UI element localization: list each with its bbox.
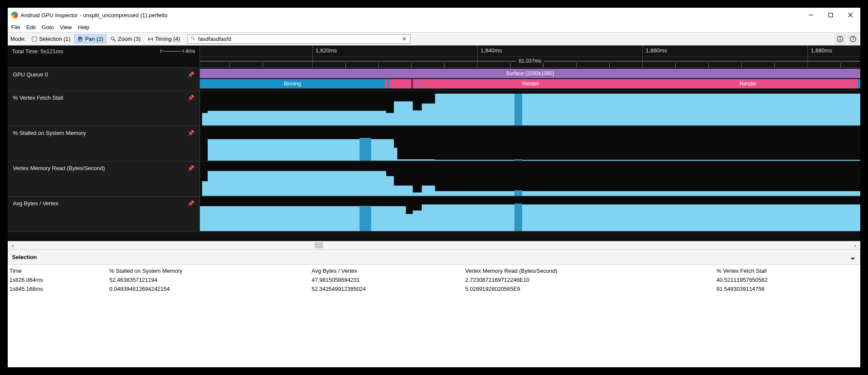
cell-time: 1s845.168ms <box>8 284 108 293</box>
track-vertex-fetch-stall[interactable]: % Vertex Fetch Stall 📌 <box>8 91 860 126</box>
svg-line-6 <box>114 39 115 41</box>
gpu-sliver[interactable] <box>395 79 411 88</box>
selection-table: Time % Stalled on System Memory Avg Byte… <box>8 266 860 293</box>
scroll-right-arrow[interactable]: › <box>852 242 859 249</box>
table-header-row: Time % Stalled on System Memory Avg Byte… <box>8 266 860 275</box>
cell-ssm: 0.049394612694242154 <box>108 284 310 293</box>
gpu-stage-render[interactable]: Render <box>638 79 858 88</box>
menubar: File Edit Goto View Help <box>8 22 860 33</box>
tick-label: 1,860ms <box>646 47 667 54</box>
menu-goto[interactable]: Goto <box>41 23 54 31</box>
track-label-ssm: % Stalled on System Memory <box>13 130 86 136</box>
mode-selection-label: Selection (1) <box>39 36 70 42</box>
cell-abv: 47.9815058694231 <box>310 275 463 284</box>
col-ssm[interactable]: % Stalled on System Memory <box>108 266 310 275</box>
svg-line-11 <box>193 39 195 40</box>
col-abv[interactable]: Avg Bytes / Vertex <box>310 266 463 275</box>
menu-help[interactable]: Help <box>77 23 91 31</box>
table-row[interactable]: 1s826.064ms 52.4638357121194 47.98150586… <box>8 275 860 284</box>
gpu-surface-slice[interactable]: Surface (2280x1080) <box>200 69 860 78</box>
mode-timing[interactable]: Timing (4) <box>145 34 183 43</box>
scale-label: ⊢———⊣ 4ms <box>160 48 195 54</box>
svg-point-10 <box>191 37 194 39</box>
track-gpu-queue[interactable]: GPU Queue 0 📌 Surface (2280x1080) Binnin… <box>8 68 860 91</box>
track-vertex-memory-read[interactable]: Vertex Memory Read (Bytes/Second) 📌 <box>8 162 860 197</box>
track-label-vmr: Vertex Memory Read (Bytes/Second) <box>13 165 105 171</box>
table-row[interactable]: 1s845.168ms 0.049394612694242154 52.3425… <box>8 284 860 293</box>
cell-vmr: 5.02891928020565E9 <box>463 284 714 293</box>
app-icon <box>11 12 18 18</box>
col-vfs[interactable]: % Vertex Fetch Stall <box>715 266 860 275</box>
window-title: Android GPU Inspector - unsplit_uncompre… <box>21 12 168 18</box>
svg-text:?: ? <box>852 37 854 42</box>
gpu-sliver[interactable] <box>858 79 860 88</box>
titlebar: Android GPU Inspector - unsplit_uncompre… <box>8 8 860 22</box>
mode-pan-label: Pan (2) <box>85 36 103 42</box>
track-label-vfs: % Vertex Fetch Stall <box>13 95 63 101</box>
selection-title: Selection <box>12 254 37 260</box>
cell-vmr: 2.7230872169712246E10 <box>463 275 714 284</box>
mode-timing-label: Timing (4) <box>155 36 180 42</box>
total-time-label: Total Time: 5s121ms <box>12 48 63 55</box>
pin-icon[interactable]: 📌 <box>188 71 194 78</box>
mode-zoom-label: Zoom (3) <box>118 36 141 42</box>
timeline-area[interactable]: Total Time: 5s121ms ⊢———⊣ 4ms 1,820ms 1,… <box>8 46 860 241</box>
svg-rect-1 <box>829 13 833 17</box>
gpu-sliver[interactable] <box>390 79 395 88</box>
timeline-ruler[interactable]: Total Time: 5s121ms ⊢———⊣ 4ms 1,820ms 1,… <box>8 46 860 68</box>
track-label-abv: Avg Bytes / Vertex <box>13 200 58 207</box>
svg-rect-4 <box>32 37 37 41</box>
svg-point-13 <box>840 37 841 38</box>
minimize-button[interactable] <box>801 8 821 22</box>
mode-selection[interactable]: Selection (1) <box>28 34 73 43</box>
clear-search-icon[interactable]: ✕ <box>399 36 410 42</box>
selection-panel: Selection ⌄ Time % Stalled on System Mem… <box>8 250 860 367</box>
search-input[interactable] <box>198 36 399 42</box>
col-vmr[interactable]: Vertex Memory Read (Bytes/Second) <box>463 266 714 275</box>
scroll-thumb[interactable] <box>315 242 323 248</box>
track-avg-bytes-vertex[interactable]: Avg Bytes / Vertex 📌 <box>8 197 860 232</box>
menu-edit[interactable]: Edit <box>25 23 36 31</box>
tick-label: 1,880ms <box>811 47 832 54</box>
cell-time: 1s826.064ms <box>8 275 108 284</box>
gpu-stage-binning[interactable]: Binning <box>200 79 385 88</box>
svg-rect-14 <box>840 39 841 41</box>
search-box[interactable]: ✕ <box>188 34 411 44</box>
col-time[interactable]: Time <box>8 266 108 275</box>
track-label-gpu-queue: GPU Queue 0 <box>13 71 48 78</box>
cell-vfs: 91.5493039114756 <box>715 284 860 293</box>
pin-icon[interactable]: 📌 <box>188 200 194 207</box>
mode-toolbar: Mode: Selection (1) Pan (2) Zoom (3) Tim… <box>8 33 860 46</box>
pin-icon[interactable]: 📌 <box>188 130 194 136</box>
svg-point-5 <box>111 37 114 40</box>
cell-ssm: 52.4638357121194 <box>108 275 310 284</box>
mode-pan[interactable]: Pan (2) <box>74 34 106 43</box>
track-stalled-system-memory[interactable]: % Stalled on System Memory 📌 <box>8 126 860 162</box>
tick-label: 1,840ms <box>481 47 502 54</box>
search-icon <box>188 36 198 42</box>
close-button[interactable] <box>841 8 860 22</box>
gpu-stage-render[interactable]: Render <box>423 79 638 88</box>
help-button[interactable]: ? <box>847 34 859 45</box>
pin-icon[interactable]: 📌 <box>188 95 194 101</box>
menu-file[interactable]: File <box>10 23 21 31</box>
gpu-sliver[interactable] <box>413 79 418 88</box>
timeline-horizontal-scrollbar[interactable]: ‹ › <box>8 241 860 250</box>
menu-view[interactable]: View <box>59 23 73 31</box>
scroll-left-arrow[interactable]: ‹ <box>9 242 16 249</box>
pin-icon[interactable]: 📌 <box>188 165 194 171</box>
cell-vfs: 40.52111957650562 <box>715 275 860 284</box>
collapse-icon[interactable]: ⌄ <box>850 252 856 262</box>
info-button[interactable] <box>835 34 846 45</box>
mode-label: Mode: <box>9 36 27 42</box>
cell-abv: 52.342549912385024 <box>310 284 463 293</box>
maximize-button[interactable] <box>821 8 841 22</box>
mode-zoom[interactable]: Zoom (3) <box>107 34 144 43</box>
tick-label: 1,820ms <box>315 47 337 54</box>
